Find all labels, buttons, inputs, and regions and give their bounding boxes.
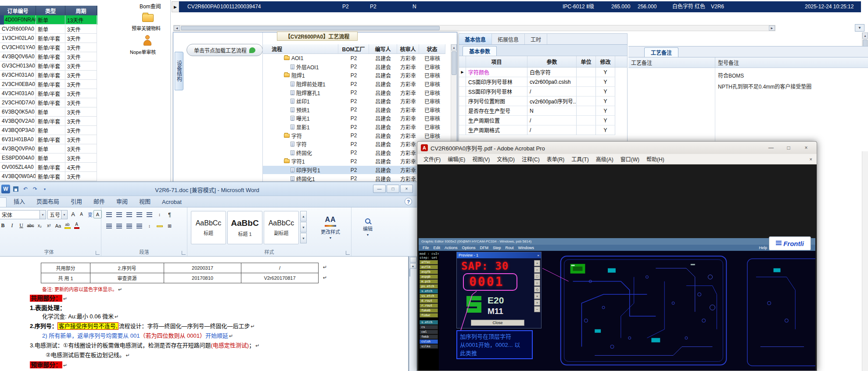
table-row[interactable]: 6V3BQ0K5A0新单3天件 — [0, 107, 97, 117]
justify-button[interactable] — [135, 222, 143, 230]
menu-view[interactable]: 视图(V) — [469, 155, 493, 163]
flow-row[interactable]: 曝光1P2吕建会方彩幸已审核 — [263, 114, 445, 123]
flow-row[interactable]: 预烘1P2吕建会方彩幸已审核 — [263, 106, 445, 114]
col-header-item[interactable]: 项目 — [466, 56, 527, 67]
col-header-cycle[interactable]: 周期 — [65, 6, 97, 15]
table-row[interactable]: 4V3BQ0V2A0新单/半套3天件 — [0, 117, 97, 126]
tab-mailings[interactable]: 邮件 — [88, 195, 111, 207]
grow-font-button[interactable]: A — [69, 210, 77, 218]
load-flow-button[interactable]: 单击节点加载工艺流程 — [187, 44, 263, 56]
word-scrollbar[interactable]: ▲ — [409, 257, 416, 371]
col-header-unit[interactable]: 单位 — [577, 56, 596, 67]
col-header-status[interactable]: 状态 — [419, 44, 445, 54]
flow-row[interactable]: 外层AOI1P2吕建会方彩幸已审核 — [263, 63, 445, 71]
font-color-button[interactable]: A — [72, 221, 81, 230]
table-row[interactable]: 1V3CH02LA0新单/半套3天件 — [0, 34, 97, 43]
dropdown-button[interactable]: ▼ — [855, 24, 864, 32]
col-header-auditor[interactable]: 核审人 — [397, 44, 419, 54]
style-card-heading1[interactable]: AaBbC标题 1 — [227, 211, 262, 244]
chevron-down-icon[interactable]: ▼ — [61, 210, 67, 219]
acrobat-titlebar[interactable]: A CV2R600PA0序列号.pdf - Adobe Acrobat Pro … — [417, 142, 817, 154]
increase-indent-button[interactable] — [145, 210, 154, 219]
help-icon[interactable]: ? — [405, 198, 412, 205]
editing-button[interactable]: 编辑 ▼ — [356, 214, 380, 241]
dialog-launcher-icon[interactable] — [96, 251, 100, 255]
highlight-color-button[interactable]: ab — [63, 221, 72, 230]
document-page[interactable]: 共用部分 2.序列号 20200317 / 共 用 1 审查资源 2017081… — [0, 257, 408, 371]
scroll-left-icon[interactable]: ◄ — [174, 25, 180, 31]
param-row[interactable]: 生产周期位置/Y — [459, 116, 627, 125]
grid-row-selector[interactable]: ▶ — [172, 1, 179, 12]
scroll-right-icon[interactable]: ► — [769, 25, 775, 31]
minimize-button[interactable]: — — [767, 145, 775, 151]
table-row[interactable]: 4V3BQ0W0A0新单/半套3天件 — [0, 172, 97, 181]
close-button[interactable]: × — [802, 145, 811, 151]
table-row[interactable]: 2V3CH0EBA0新单/半套3天件 — [0, 80, 97, 89]
word-titlebar[interactable]: W ↶ ↷ ▼ V2R6-71.doc [兼容模式] - Microsoft W… — [0, 182, 417, 196]
scroll-up-icon[interactable]: ▲ — [451, 44, 457, 50]
tab-basic-info[interactable]: 基本信息 — [459, 34, 492, 44]
preaudit-materials-button[interactable]: 预审关键物料 — [132, 25, 161, 32]
bold-button[interactable]: B — [0, 221, 7, 230]
nope-audit-button[interactable]: Nope单审核 — [130, 48, 156, 55]
change-case-button[interactable]: Aa — [54, 221, 62, 230]
param-row[interactable]: SS面印序列号菲林/Y — [459, 87, 627, 96]
flow-row[interactable]: 阻焊1P2吕建会方彩幸已审核 — [263, 71, 445, 80]
tab-insert[interactable]: 插入 — [8, 195, 31, 207]
shading-button[interactable] — [155, 222, 164, 230]
scroll-up-icon[interactable]: ▲ — [862, 32, 868, 39]
col-header-process[interactable]: 流程 — [263, 44, 338, 54]
change-styles-button[interactable]: AA 更改样式 ▼ — [314, 211, 347, 244]
font-name-combo[interactable]: 宋体▼ — [0, 210, 46, 219]
tab-review[interactable]: 审阅 — [111, 195, 133, 207]
style-card-title[interactable]: AaBbCc标题 — [191, 211, 226, 244]
scroll-up-icon[interactable]: ▲ — [410, 263, 416, 269]
close-button[interactable]: × — [400, 185, 413, 193]
gallery-up-icon[interactable]: ▲ — [300, 211, 307, 221]
process-note-cell[interactable] — [628, 68, 715, 151]
chevron-down-icon[interactable]: ▼ — [39, 210, 46, 219]
align-left-button[interactable] — [105, 222, 113, 230]
tab-device-structure[interactable]: 设备结构 — [175, 52, 183, 90]
tab-acrobat[interactable]: Acrobat — [156, 197, 187, 207]
menu-window[interactable]: 窗口(W) — [617, 155, 643, 163]
tab-view[interactable]: 视图 — [133, 195, 156, 207]
col-header-value[interactable]: 参数 — [527, 56, 577, 67]
col-header-type[interactable]: 类型 — [36, 6, 65, 15]
font-size-combo[interactable]: 五号▼ — [47, 210, 68, 219]
table-row[interactable]: 2V3CH0D7A0新单/半套3天件 — [0, 98, 97, 107]
tab-references[interactable]: 引用 — [65, 195, 88, 207]
col-header-bom-factory[interactable]: BOM工厂 — [338, 44, 369, 54]
col-header-order-id[interactable]: 订单编号 — [0, 6, 36, 15]
menu-comments[interactable]: 注释(C) — [518, 155, 543, 163]
param-row[interactable]: CS面印序列号菲林cv2r600pa0.cslshY — [459, 77, 627, 87]
param-row[interactable]: 生产周期格式/Y — [459, 125, 627, 135]
maximize-button[interactable]: □ — [387, 185, 399, 193]
bom-view-button[interactable]: Bom查阅 — [140, 2, 161, 10]
char-border-button[interactable]: A — [93, 210, 102, 218]
numbering-button[interactable] — [115, 210, 123, 219]
gallery-more-icon[interactable]: ▼ — [300, 233, 307, 243]
italic-button[interactable]: I — [8, 221, 16, 230]
col-header-modify[interactable]: 修改 — [596, 56, 615, 67]
menu-document[interactable]: 文档(D) — [493, 155, 518, 163]
bullets-button[interactable] — [105, 210, 113, 219]
dialog-launcher-icon[interactable] — [182, 251, 186, 255]
flow-row[interactable]: 字符P2吕建会方彩幸已审核 — [263, 131, 445, 140]
flow-row[interactable]: AOI1P2吕建会方彩幸已审核 — [263, 54, 445, 63]
shrink-font-button[interactable]: A — [77, 210, 86, 218]
menu-tools[interactable]: 工具(T) — [568, 155, 592, 163]
person-icon[interactable] — [142, 35, 153, 46]
table-row[interactable]: 4V3BQ0V6A0新单/半套3天件 — [0, 52, 97, 61]
flow-row[interactable]: 阻焊前处理1P2吕建会方彩幸已审核 — [263, 80, 445, 89]
tab-process-notes[interactable]: 工艺备注 — [644, 47, 678, 57]
dialog-launcher-icon[interactable] — [346, 251, 350, 255]
tab-page-layout[interactable]: 页面布局 — [31, 195, 65, 207]
col-header-writer[interactable]: 编写人 — [369, 44, 397, 54]
scrollbar-thumb[interactable] — [181, 26, 440, 30]
table-row[interactable]: OV005ZL4A0新单/半套4天件 — [0, 163, 97, 172]
flow-row[interactable]: 阻焊塞孔1P2吕建会方彩幸已审核 — [263, 88, 445, 97]
tab-home-partial[interactable] — [0, 197, 7, 207]
tab-extended-info[interactable]: 拓展信息 — [492, 34, 525, 44]
tab-basic-params[interactable]: 基本参数 — [463, 46, 497, 56]
